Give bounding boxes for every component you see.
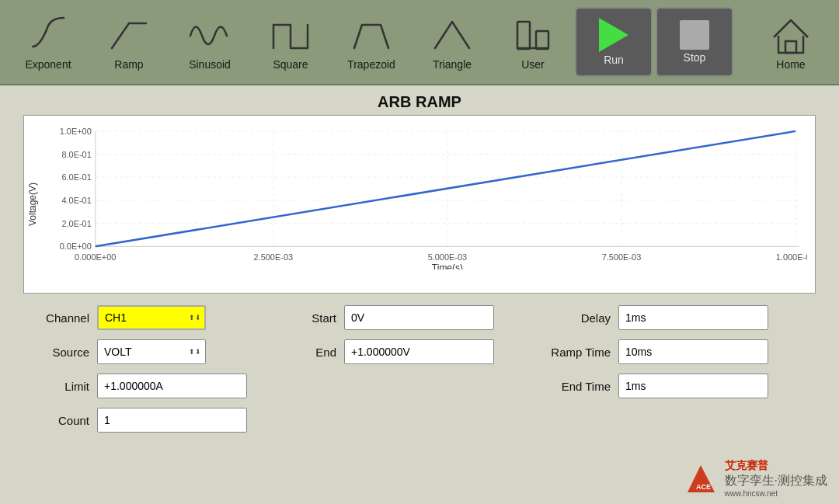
controls-col-1: Channel CH1 CH2 Source VOLT CURR [31, 305, 247, 433]
count-input[interactable] [97, 408, 247, 433]
toolbar-label-sinusoid: Sinusoid [189, 58, 231, 71]
toolbar-label-ramp: Ramp [114, 58, 143, 71]
channel-label: Channel [31, 311, 89, 325]
channel-select[interactable]: CH1 CH2 [97, 305, 206, 330]
chart-svg: 1.0E+00 8.0E-01 6.0E-01 4.0E-01 2.0E-01 … [49, 123, 807, 269]
toolbar-item-square[interactable]: Square [252, 7, 329, 77]
watermark-website: www.hncsw.net [725, 489, 827, 498]
toolbar-label-user: User [521, 58, 545, 71]
channel-row: Channel CH1 CH2 [31, 305, 247, 330]
y-axis-label: Voltage(V) [24, 116, 41, 293]
start-row: Start [278, 305, 494, 330]
svg-rect-1 [536, 31, 548, 49]
controls-section: Channel CH1 CH2 Source VOLT CURR [16, 294, 823, 436]
source-row: Source VOLT CURR [31, 339, 247, 364]
run-play-icon [599, 18, 628, 52]
channel-select-wrapper: CH1 CH2 [97, 305, 206, 330]
end-time-row: End Time [541, 374, 768, 398]
limit-input[interactable] [97, 374, 247, 398]
ramp-time-row: Ramp Time [541, 339, 768, 364]
toolbar-item-triangle[interactable]: Triangle [413, 7, 491, 77]
toolbar: Exponent Ramp Sinusoid Square Trapezoid … [0, 0, 839, 85]
limit-row: Limit [31, 374, 247, 398]
chart-container: Voltage(V) 1.0E+00 8.0E-01 6 [23, 115, 816, 294]
toolbar-label-triangle: Triangle [433, 58, 472, 71]
svg-rect-3 [785, 41, 796, 53]
toolbar-item-trapezoid[interactable]: Trapezoid [332, 7, 410, 77]
watermark: ACE 艾克赛普 数字孪生·测控集成 www.hncsw.net [684, 459, 827, 498]
ramp-time-input[interactable] [618, 339, 768, 364]
toolbar-label-exponent: Exponent [25, 58, 71, 71]
toolbar-label-home: Home [776, 58, 805, 71]
svg-text:2.500E-03: 2.500E-03 [254, 252, 294, 262]
svg-text:0.000E+00: 0.000E+00 [75, 252, 116, 262]
svg-text:7.500E-03: 7.500E-03 [602, 252, 642, 262]
end-time-input[interactable] [618, 374, 768, 398]
svg-text:4.0E-01: 4.0E-01 [61, 196, 91, 205]
end-time-label: End Time [541, 380, 611, 393]
svg-text:2.0E-01: 2.0E-01 [61, 219, 91, 228]
svg-text:6.0E-01: 6.0E-01 [61, 172, 91, 182]
source-label: Source [31, 346, 89, 359]
svg-text:5.000E-03: 5.000E-03 [428, 252, 468, 262]
svg-text:8.0E-01: 8.0E-01 [61, 150, 91, 159]
toolbar-label-trapezoid: Trapezoid [347, 58, 395, 71]
watermark-tagline: 数字孪生·测控集成 [725, 473, 827, 489]
count-row: Count [31, 408, 247, 433]
svg-text:Time(s): Time(s) [432, 262, 463, 269]
toolbar-item-ramp[interactable]: Ramp [90, 7, 168, 77]
source-select-wrapper: VOLT CURR [97, 339, 206, 364]
start-input[interactable] [344, 305, 494, 330]
watermark-logo-icon: ACE [684, 461, 719, 496]
controls-col-3: Delay Ramp Time End Time [541, 305, 768, 433]
toolbar-label-run: Run [604, 54, 624, 66]
main-content: ARB RAMP Voltage(V) 1.0E+00 [0, 85, 839, 444]
toolbar-item-run[interactable]: Run [575, 7, 653, 77]
end-input[interactable] [344, 339, 494, 364]
svg-text:1.000E-02: 1.000E-02 [776, 252, 807, 262]
toolbar-label-stop: Stop [684, 51, 706, 64]
svg-text:0.0E+00: 0.0E+00 [60, 242, 92, 251]
svg-rect-0 [517, 22, 530, 49]
delay-row: Delay [541, 305, 768, 330]
start-label: Start [278, 311, 336, 325]
svg-line-27 [96, 131, 795, 246]
toolbar-item-stop[interactable]: Stop [656, 7, 733, 77]
toolbar-item-user[interactable]: User [494, 7, 572, 77]
chart-title: ARB RAMP [16, 93, 823, 111]
limit-label: Limit [31, 380, 89, 393]
source-select[interactable]: VOLT CURR [97, 339, 206, 364]
svg-text:1.0E+00: 1.0E+00 [60, 127, 92, 136]
controls-col-2: Start End [278, 305, 494, 433]
ramp-time-label: Ramp Time [541, 346, 611, 359]
toolbar-label-square: Square [273, 58, 308, 71]
count-label: Count [31, 414, 89, 427]
delay-label: Delay [541, 311, 611, 325]
stop-square-icon [680, 20, 709, 50]
svg-text:ACE: ACE [696, 483, 711, 491]
end-label: End [278, 346, 336, 359]
delay-input[interactable] [618, 305, 768, 330]
toolbar-item-exponent[interactable]: Exponent [9, 7, 87, 77]
end-row: End [278, 339, 494, 364]
chart-inner: 1.0E+00 8.0E-01 6.0E-01 4.0E-01 2.0E-01 … [41, 116, 815, 293]
toolbar-item-sinusoid[interactable]: Sinusoid [171, 7, 249, 77]
watermark-company: 艾克赛普 [725, 459, 827, 473]
toolbar-item-home[interactable]: Home [752, 7, 830, 77]
